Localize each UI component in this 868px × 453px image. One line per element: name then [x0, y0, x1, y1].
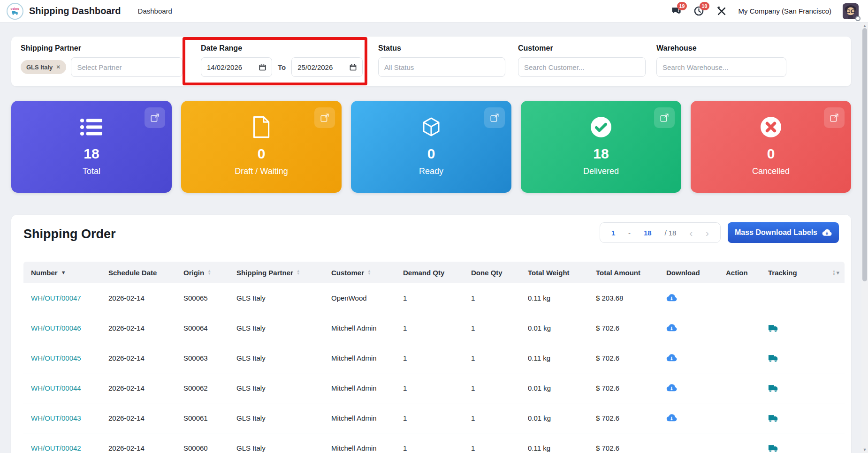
scroll-down-icon[interactable]: ▼: [861, 446, 868, 453]
activities-button[interactable]: 10: [693, 6, 705, 17]
chevron-right-icon[interactable]: ›: [706, 228, 709, 238]
col-origin[interactable]: Origin ▲▼: [183, 269, 236, 277]
page-end[interactable]: 18: [644, 229, 652, 237]
page-start[interactable]: 1: [611, 229, 615, 237]
order-table-body: WH/OUT/00047 2026-02-14 S00065 GLS Italy…: [23, 283, 845, 453]
user-status-dot: [855, 16, 860, 21]
order-table-row[interactable]: WH/OUT/00043 2026-02-14 S00061 GLS Italy…: [23, 403, 845, 433]
order-table-row[interactable]: WH/OUT/00047 2026-02-14 S00065 GLS Italy…: [23, 283, 845, 313]
wrench-icon: [716, 6, 727, 16]
cloud-download-icon: [666, 414, 677, 423]
customer-cell: Mitchell Admin: [331, 354, 403, 362]
external-link-icon: [829, 113, 839, 123]
shipping-order-panel: Shipping Order 1 - 18 / 18 ‹ › Mass Down…: [11, 215, 851, 453]
origin-cell: S00064: [183, 324, 236, 332]
tracking-button[interactable]: [768, 324, 824, 332]
stat-card-cancelled[interactable]: 0 Cancelled: [691, 101, 851, 193]
tracking-button[interactable]: [768, 384, 824, 393]
cloud-download-icon: [666, 294, 677, 302]
order-table-row[interactable]: WH/OUT/00042 2026-02-14 S00060 GLS Italy…: [23, 433, 845, 453]
mass-download-labels-button[interactable]: Mass Download Labels: [728, 222, 839, 243]
order-number-link[interactable]: WH/OUT/00045: [31, 354, 108, 362]
total-amount-cell: $ 702.6: [596, 384, 666, 392]
order-table-row[interactable]: WH/OUT/00045 2026-02-14 S00063 GLS Italy…: [23, 343, 845, 373]
download-label-button[interactable]: [666, 294, 726, 302]
developer-tools-button[interactable]: [716, 6, 727, 17]
tracking-button[interactable]: [768, 354, 824, 362]
column-options-icon[interactable]: ⁞▾: [833, 269, 845, 276]
download-label-button[interactable]: [666, 354, 726, 362]
tracking-button[interactable]: [768, 414, 824, 423]
download-label-button[interactable]: [666, 384, 726, 393]
status-select[interactable]: All Status: [378, 57, 505, 77]
order-table: Number ▼ Schedule Date Origin ▲▼ Shippin…: [23, 262, 845, 453]
partner-select-input[interactable]: [71, 57, 183, 77]
check-circle-icon: [590, 116, 612, 138]
open-delivered-button[interactable]: [654, 107, 675, 128]
order-table-row[interactable]: WH/OUT/00044 2026-02-14 S00062 GLS Italy…: [23, 373, 845, 403]
download-label-button[interactable]: [666, 324, 726, 332]
truck-tracking-icon: [768, 414, 778, 423]
user-avatar[interactable]: [843, 3, 859, 19]
order-number-link[interactable]: WH/OUT/00043: [31, 414, 108, 422]
scrollbar-thumb[interactable]: [862, 28, 867, 281]
chip-remove-icon[interactable]: ✕: [56, 64, 61, 70]
page-scrollbar[interactable]: ▲ ▼: [861, 23, 868, 453]
section-title: Shipping Order: [23, 227, 116, 242]
open-cancelled-button[interactable]: [824, 107, 845, 128]
order-number-link[interactable]: WH/OUT/00047: [31, 294, 108, 302]
customer-cell: Mitchell Admin: [331, 414, 403, 422]
schedule-date-cell: 2026-02-14: [108, 354, 183, 362]
open-draft-button[interactable]: [314, 107, 335, 128]
odoo-app-logo-icon[interactable]: odoo: [7, 3, 23, 20]
total-amount-cell: $ 702.6: [596, 444, 666, 452]
open-total-button[interactable]: [145, 107, 165, 128]
download-label-button[interactable]: [666, 414, 726, 423]
messages-button[interactable]: 19: [671, 6, 682, 17]
stat-cards-row: 18 Total 0 Draft / Waiting: [11, 101, 851, 193]
date-to-input[interactable]: 25/02/2026: [291, 57, 363, 77]
company-switcher[interactable]: My Company (San Francisco): [739, 7, 831, 15]
order-number-link[interactable]: WH/OUT/00044: [31, 384, 108, 392]
col-schedule-date[interactable]: Schedule Date: [108, 269, 183, 277]
demand-qty-cell: 1: [403, 444, 471, 452]
col-shipping-partner[interactable]: Shipping Partner ▲▼: [236, 269, 331, 277]
col-customer[interactable]: Customer ▲▼: [331, 269, 403, 277]
demand-qty-cell: 1: [403, 414, 471, 422]
order-number-link[interactable]: WH/OUT/00042: [31, 444, 108, 452]
demand-qty-cell: 1: [403, 294, 471, 302]
stat-card-delivered[interactable]: 18 Delivered: [521, 101, 681, 193]
open-ready-button[interactable]: [484, 107, 505, 128]
date-to-value: 25/02/2026: [297, 63, 333, 71]
order-table-row[interactable]: WH/OUT/00046 2026-02-14 S00064 GLS Italy…: [23, 313, 845, 343]
col-number[interactable]: Number ▼: [31, 269, 108, 277]
date-from-input[interactable]: 14/02/2026: [201, 57, 272, 77]
cube-icon: [420, 116, 442, 138]
done-qty-cell: 1: [471, 444, 528, 452]
cloud-download-icon: [666, 354, 677, 362]
stat-card-draft-waiting[interactable]: 0 Draft / Waiting: [181, 101, 342, 193]
sort-icon: ▲▼: [207, 270, 211, 275]
sort-icon: ▲▼: [297, 270, 300, 275]
origin-cell: S00060: [183, 444, 236, 452]
col-done-qty: Done Qty: [471, 269, 528, 277]
partner-chip[interactable]: GLS Italy ✕: [21, 60, 66, 74]
order-number-link[interactable]: WH/OUT/00046: [31, 324, 108, 332]
mass-download-label: Mass Download Labels: [735, 228, 817, 237]
date-from-value: 14/02/2026: [207, 63, 242, 71]
menu-item-dashboard[interactable]: Dashboard: [138, 7, 172, 15]
top-navbar: odoo Shipping Dashboard Dashboard 19: [0, 0, 868, 23]
shipping-partner-filter: Shipping Partner GLS Italy ✕: [21, 44, 190, 77]
warehouse-search-input[interactable]: [656, 57, 786, 77]
stat-cancelled-label: Cancelled: [752, 166, 790, 176]
customer-cell: Mitchell Admin: [331, 444, 403, 452]
stat-card-ready[interactable]: 0 Ready: [351, 101, 511, 193]
list-icon: [79, 117, 104, 137]
customer-search-input[interactable]: [518, 57, 646, 77]
col-demand-qty: Demand Qty: [403, 269, 471, 277]
shipping-partner-cell: GLS Italy: [236, 294, 331, 302]
done-qty-cell: 1: [471, 324, 528, 332]
tracking-button[interactable]: [768, 444, 824, 453]
chevron-left-icon[interactable]: ‹: [689, 228, 693, 238]
stat-card-total[interactable]: 18 Total: [11, 101, 172, 193]
